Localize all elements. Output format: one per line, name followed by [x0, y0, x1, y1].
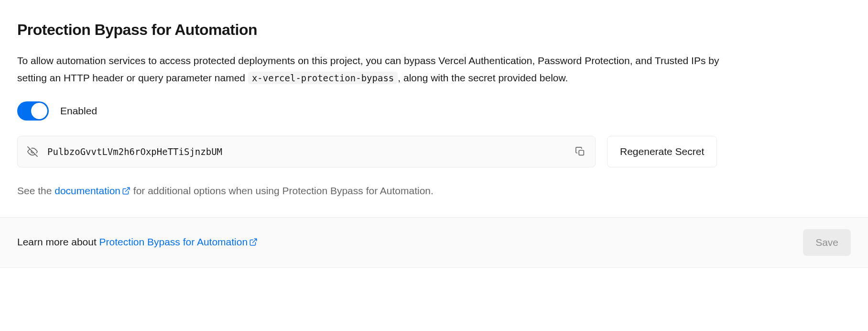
- regenerate-secret-button[interactable]: Regenerate Secret: [607, 136, 717, 167]
- enable-toggle[interactable]: [17, 101, 49, 121]
- toggle-knob: [31, 103, 47, 119]
- card-footer: Learn more about Protection Bypass for A…: [0, 217, 868, 267]
- toggle-label: Enabled: [60, 105, 97, 117]
- doc-note: See the documentation for additional opt…: [17, 183, 851, 200]
- external-link-icon: [249, 237, 258, 249]
- toggle-row: Enabled: [17, 101, 851, 121]
- learn-more-link[interactable]: Protection Bypass for Automation: [99, 236, 258, 247]
- footer-learn-pre: Learn more about: [17, 236, 99, 247]
- save-button[interactable]: Save: [803, 229, 851, 256]
- settings-card: Protection Bypass for Automation To allo…: [0, 0, 868, 268]
- doc-note-post: for additional options when using Protec…: [130, 185, 434, 196]
- secret-field: PulbzoGvvtLVm2h6rOxpHeTTiSjnzbUM: [17, 136, 596, 167]
- card-content: Protection Bypass for Automation To allo…: [0, 0, 868, 217]
- svg-line-3: [253, 239, 257, 243]
- svg-rect-1: [579, 151, 584, 155]
- eye-off-icon[interactable]: [27, 146, 38, 157]
- description-post: , along with the secret provided below.: [398, 72, 568, 83]
- section-title: Protection Bypass for Automation: [17, 21, 851, 39]
- secret-row: PulbzoGvvtLVm2h6rOxpHeTTiSjnzbUM Regener…: [17, 136, 851, 167]
- section-description: To allow automation services to access p…: [17, 52, 734, 86]
- svg-line-2: [126, 188, 130, 192]
- documentation-link[interactable]: documentation: [54, 185, 130, 196]
- copy-icon[interactable]: [575, 146, 586, 157]
- header-name-code: x-vercel-protection-bypass: [248, 72, 398, 84]
- secret-value: PulbzoGvvtLVm2h6rOxpHeTTiSjnzbUM: [47, 146, 567, 157]
- external-link-icon: [122, 184, 130, 200]
- footer-text: Learn more about Protection Bypass for A…: [17, 236, 258, 249]
- doc-note-pre: See the: [17, 185, 54, 196]
